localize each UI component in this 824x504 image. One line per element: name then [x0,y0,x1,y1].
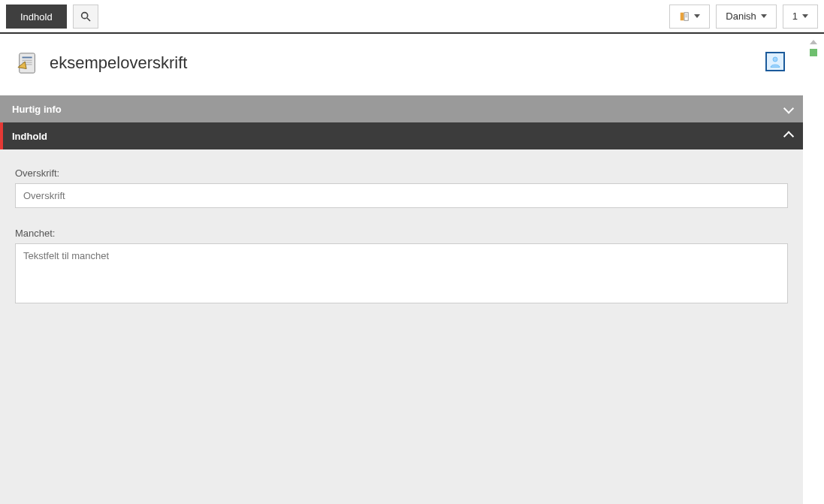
caret-down-icon [761,14,767,18]
svg-point-0 [81,12,87,18]
svg-point-12 [773,57,777,62]
svg-line-1 [87,18,90,21]
accordion-indhold[interactable]: Indhold [0,122,803,149]
search-icon [80,11,92,23]
page-title: eksempeloverskrift [50,53,187,73]
overskrift-input[interactable] [15,183,788,208]
accordion-quick-info-label: Hurtig info [12,104,62,115]
scroll-up-icon[interactable] [810,40,817,44]
canvas: eksempeloverskrift Hurtig info Indhold [0,34,824,504]
search-button[interactable] [73,5,98,29]
overskrift-label: Overskrift: [15,167,788,179]
chevron-up-icon [785,130,792,143]
document-icon [679,11,690,22]
language-label: Danish [726,11,756,22]
topbar: Indhold Danish 1 [0,0,824,34]
language-dropdown[interactable]: Danish [716,5,776,29]
chevron-down-icon [785,104,792,115]
version-dropdown[interactable]: 1 [783,5,818,29]
accordion-indhold-label: Indhold [12,131,47,142]
content-pane: eksempeloverskrift Hurtig info Indhold [0,34,803,504]
document-icon [17,52,39,74]
user-lock-button[interactable] [765,52,785,71]
svg-rect-7 [20,53,35,73]
svg-rect-3 [684,12,688,20]
status-indicator [810,49,817,56]
accordion-quick-info[interactable]: Hurtig info [0,95,803,122]
page-header: eksempeloverskrift [0,34,803,95]
right-gutter [803,34,824,504]
field-manchet: Manchet: [15,228,788,306]
form-area: Overskrift: Manchet: [0,149,803,343]
view-mode-button[interactable] [669,5,710,29]
tab-indhold[interactable]: Indhold [6,5,67,29]
manchet-label: Manchet: [15,228,788,239]
version-label: 1 [792,11,798,22]
manchet-textarea[interactable] [15,243,788,303]
field-overskrift: Overskrift: [15,167,788,208]
caret-down-icon [802,14,808,18]
user-icon [768,55,782,68]
caret-down-icon [694,14,700,18]
svg-rect-2 [681,12,684,20]
tab-indhold-label: Indhold [20,11,53,23]
